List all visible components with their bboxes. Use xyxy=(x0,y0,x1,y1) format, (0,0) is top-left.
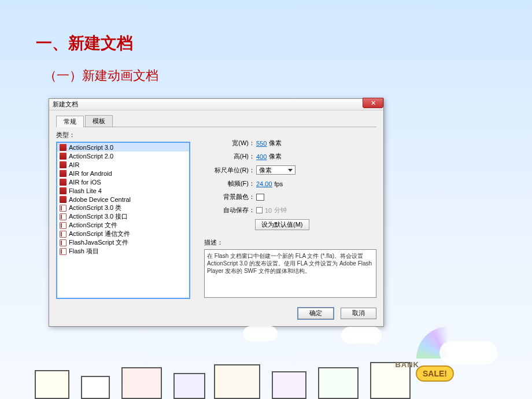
fla-file-icon xyxy=(60,153,66,160)
type-item[interactable]: FlashJavaScript 文件 xyxy=(57,238,189,247)
tab-bar: 常规 模板 xyxy=(56,115,376,127)
close-button[interactable]: ✕ xyxy=(363,98,383,108)
type-item-label: AIR for iOS xyxy=(69,179,101,186)
ruler-label: 标尺单位(R)： xyxy=(204,166,255,175)
building-icon xyxy=(173,373,205,399)
set-default-button[interactable]: 设为默认值(M) xyxy=(255,219,309,230)
sale-sign: SALE! xyxy=(416,365,454,382)
fla-file-icon xyxy=(60,179,66,186)
type-item-label: ActionScript 3.0 xyxy=(69,144,113,151)
fps-unit: fps xyxy=(275,180,283,187)
ok-button[interactable]: 确定 xyxy=(298,308,334,319)
type-item[interactable]: ActionScript 3.0 xyxy=(57,143,189,152)
as-file-icon xyxy=(60,231,66,238)
ruler-select[interactable]: 像素 xyxy=(256,165,295,175)
type-label: 类型： xyxy=(56,131,190,139)
type-item-label: Adobe Device Central xyxy=(69,196,131,203)
type-item[interactable]: ActionScript 3.0 类 xyxy=(57,204,189,212)
type-list[interactable]: ActionScript 3.0ActionScript 2.0AIRAIR f… xyxy=(56,142,190,299)
building-icon xyxy=(214,364,260,399)
chevron-down-icon xyxy=(288,169,293,172)
fps-value[interactable]: 24.00 xyxy=(256,180,272,187)
type-item-label: ActionScript 文件 xyxy=(69,221,117,230)
width-unit: 像素 xyxy=(269,139,282,147)
fla-file-icon xyxy=(60,170,66,177)
dialog-title: 新建文档 xyxy=(53,100,78,109)
type-item[interactable]: AIR xyxy=(57,160,189,169)
type-item-label: Flash 项目 xyxy=(69,247,99,256)
cloud-icon xyxy=(341,327,382,344)
background-scene: BANK SALE! xyxy=(0,330,532,399)
fla-file-icon xyxy=(60,196,66,203)
type-item[interactable]: AIR for Android xyxy=(57,169,189,178)
building-icon xyxy=(35,370,69,399)
autosave-value: 10 xyxy=(265,207,272,214)
cancel-button[interactable]: 取消 xyxy=(341,308,376,319)
as-file-icon xyxy=(60,222,66,229)
as-file-icon xyxy=(60,248,66,255)
type-item-label: ActionScript 3.0 类 xyxy=(69,204,121,212)
type-item-label: FlashJavaScript 文件 xyxy=(69,238,128,247)
as-file-icon xyxy=(60,205,66,212)
type-item[interactable]: ActionScript 文件 xyxy=(57,221,189,230)
type-item[interactable]: AIR for iOS xyxy=(57,178,189,186)
width-label: 宽(W)： xyxy=(204,139,255,147)
autosave-checkbox[interactable] xyxy=(256,207,263,213)
height-unit: 像素 xyxy=(269,152,282,161)
building-icon xyxy=(81,376,110,399)
building-icon xyxy=(272,371,306,399)
type-item[interactable]: Adobe Device Central xyxy=(57,195,189,204)
as-file-icon xyxy=(60,239,66,246)
type-item[interactable]: Flash Lite 4 xyxy=(57,186,189,195)
dialog-body: 常规 模板 类型： ActionScript 3.0ActionScript 2… xyxy=(49,110,383,301)
fps-label: 帧频(F)： xyxy=(204,179,255,188)
type-item[interactable]: ActionScript 通信文件 xyxy=(57,230,189,238)
description-box: 在 Flash 文档窗口中创建一个新的 FLA 文件 (*.fla)。将会设置 … xyxy=(204,249,376,298)
type-item[interactable]: ActionScript 3.0 接口 xyxy=(57,212,189,221)
bg-label: 背景颜色： xyxy=(204,193,255,201)
building-icon xyxy=(121,367,162,399)
building-icon xyxy=(318,367,359,399)
fla-file-icon xyxy=(60,161,66,168)
cloud-icon xyxy=(243,326,278,341)
page-title: 一、新建文档 xyxy=(36,32,133,54)
fla-file-icon xyxy=(60,144,66,151)
width-value[interactable]: 550 xyxy=(256,140,267,147)
type-item[interactable]: Flash 项目 xyxy=(57,247,189,256)
tab-template[interactable]: 模板 xyxy=(85,115,113,127)
new-document-dialog: 新建文档 ✕ 常规 模板 类型： ActionScript 3.0ActionS… xyxy=(49,98,384,327)
dialog-titlebar: 新建文档 ✕ xyxy=(49,99,383,110)
fla-file-icon xyxy=(60,187,66,194)
type-item[interactable]: ActionScript 2.0 xyxy=(57,152,189,160)
bg-color-swatch[interactable] xyxy=(256,194,264,201)
button-bar: 确定 取消 xyxy=(49,301,383,326)
page-subtitle: （一）新建动画文档 xyxy=(44,67,158,84)
type-item-label: ActionScript 通信文件 xyxy=(69,230,130,238)
height-label: 高(H)： xyxy=(204,152,255,161)
bank-sign: BANK xyxy=(395,360,419,369)
tab-general[interactable]: 常规 xyxy=(56,116,84,127)
description-label: 描述： xyxy=(204,238,376,247)
height-value[interactable]: 400 xyxy=(256,153,267,160)
type-item-label: AIR for Android xyxy=(69,170,112,177)
ruler-value: 像素 xyxy=(259,166,272,175)
type-item-label: Flash Lite 4 xyxy=(69,187,102,194)
type-item-label: ActionScript 3.0 接口 xyxy=(69,212,128,221)
type-item-label: AIR xyxy=(69,161,79,168)
cloud-icon xyxy=(439,341,497,364)
type-item-label: ActionScript 2.0 xyxy=(69,153,113,160)
as-file-icon xyxy=(60,213,66,220)
autosave-unit: 分钟 xyxy=(274,206,287,215)
autosave-label: 自动保存： xyxy=(204,206,255,215)
